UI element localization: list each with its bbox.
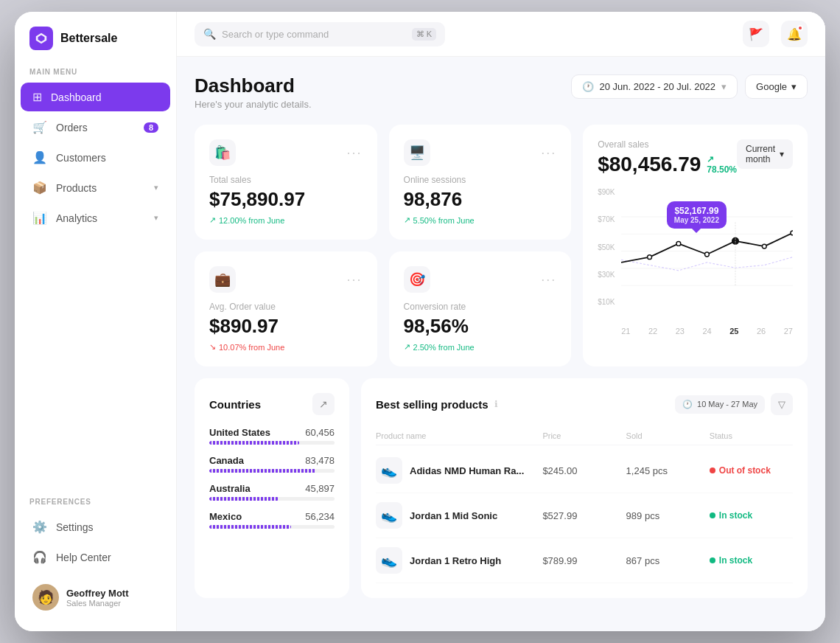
preferences-label: PREFERENCES bbox=[15, 486, 176, 512]
conversion-more-button[interactable]: ··· bbox=[541, 272, 556, 288]
sidebar-item-analytics[interactable]: 📊 Analytics ▾ bbox=[21, 204, 170, 232]
flag-button[interactable]: 🚩 bbox=[743, 21, 769, 47]
user-info: Geoffrey Mott Sales Manager bbox=[66, 588, 129, 608]
stats-grid: 🛍️ ··· Total sales $75,890.97 ↗ 12.00% f… bbox=[195, 125, 808, 366]
stat-card-header: 🎯 ··· bbox=[404, 266, 557, 293]
filter-icon: ▽ bbox=[778, 399, 785, 410]
products-filter-button[interactable]: ▽ bbox=[771, 393, 793, 415]
settings-icon: ⚙️ bbox=[32, 520, 47, 534]
avg-order-change: ↘ 10.07% from June bbox=[209, 342, 363, 352]
product-sold-0: 1,245 pcs bbox=[626, 465, 710, 476]
sidebar-item-orders[interactable]: 🛒 Orders 8 bbox=[21, 113, 170, 142]
search-bar[interactable]: 🔍 Search or type command ⌘ K bbox=[195, 22, 445, 46]
country-item-australia: Australia 45,897 bbox=[209, 483, 335, 501]
status-badge-1: In stock bbox=[710, 510, 793, 521]
avg-order-arrow-icon: ↘ bbox=[209, 342, 216, 352]
online-sessions-more-button[interactable]: ··· bbox=[541, 145, 556, 161]
conversion-arrow-icon: ↗ bbox=[404, 342, 410, 352]
search-placeholder: Search or type command bbox=[222, 29, 406, 40]
online-sessions-change-text: 5.50% from June bbox=[413, 216, 475, 225]
sidebar-item-customers[interactable]: 👤 Customers bbox=[21, 143, 170, 172]
sidebar-item-dashboard[interactable]: ⊞ Dashboard bbox=[21, 83, 170, 111]
product-cell-2: 👟 Jordan 1 Retro High bbox=[376, 547, 542, 574]
total-sales-more-button[interactable]: ··· bbox=[347, 145, 363, 161]
period-selector-button[interactable]: Current month ▾ bbox=[737, 139, 793, 169]
user-role: Sales Manager bbox=[66, 599, 129, 608]
x-label-21: 21 bbox=[621, 327, 630, 336]
y-label-90k: $90K bbox=[598, 188, 615, 196]
notifications-button[interactable]: 🔔 bbox=[781, 21, 808, 47]
products-chevron-icon: ▾ bbox=[154, 183, 158, 192]
country-item-canada: Canada 83,478 bbox=[209, 455, 335, 473]
country-name-mexico: Mexico bbox=[209, 511, 242, 522]
orders-badge: 8 bbox=[144, 122, 158, 133]
status-text-1: In stock bbox=[719, 510, 752, 521]
sidebar-item-label-help: Help Center bbox=[56, 552, 111, 563]
date-range-button[interactable]: 🕐 20 Jun. 2022 - 20 Jul. 2022 ▾ bbox=[571, 74, 738, 99]
total-sales-card: 🛍️ ··· Total sales $75,890.97 ↗ 12.00% f… bbox=[195, 125, 377, 240]
avg-order-icon: 💼 bbox=[209, 266, 236, 293]
sidebar-item-label-orders: Orders bbox=[56, 122, 88, 133]
total-sales-value: $75,890.97 bbox=[209, 188, 363, 211]
x-label-26: 26 bbox=[757, 327, 766, 336]
sidebar-item-settings[interactable]: ⚙️ Settings bbox=[21, 512, 170, 541]
col-product-name: Product name bbox=[376, 431, 542, 440]
country-value-us: 60,456 bbox=[305, 427, 335, 438]
analytics-icon: 📊 bbox=[32, 211, 47, 225]
countries-export-button[interactable]: ↗ bbox=[312, 393, 335, 415]
online-sessions-icon: 🖥️ bbox=[404, 139, 430, 166]
status-dot-1 bbox=[710, 512, 715, 518]
source-button[interactable]: Google ▾ bbox=[745, 74, 808, 99]
search-icon: 🔍 bbox=[203, 28, 216, 40]
sidebar-item-label-dashboard: Dashboard bbox=[51, 91, 102, 103]
product-name-0: Adidas NMD Human Ra... bbox=[410, 465, 524, 476]
total-sales-icon: 🛍️ bbox=[209, 139, 236, 166]
products-table-header: Product name Price Sold Status bbox=[376, 427, 793, 445]
dashboard-icon: ⊞ bbox=[32, 90, 42, 104]
customers-icon: 👤 bbox=[32, 150, 47, 164]
y-label-70k: $70K bbox=[598, 215, 615, 223]
avg-order-more-button[interactable]: ··· bbox=[347, 272, 363, 288]
sidebar-item-label-customers: Customers bbox=[56, 152, 106, 164]
status-dot-2 bbox=[710, 557, 715, 563]
products-date-range-button[interactable]: 🕐 10 May - 27 May bbox=[675, 395, 765, 414]
status-badge-0: Out of stock bbox=[710, 465, 793, 476]
online-sessions-change: ↗ 5.50% from June bbox=[404, 215, 557, 225]
sidebar-item-help[interactable]: 🎧 Help Center bbox=[21, 543, 170, 571]
export-icon: ↗ bbox=[319, 398, 328, 410]
date-chevron-icon: ▾ bbox=[721, 81, 727, 92]
help-icon: 🎧 bbox=[32, 550, 47, 564]
sidebar-item-products[interactable]: 📦 Products ▾ bbox=[21, 173, 170, 202]
conversion-value: 98,56% bbox=[404, 315, 557, 338]
avg-order-change-text: 10.07% from June bbox=[219, 343, 284, 352]
period-chevron-icon: ▾ bbox=[780, 149, 784, 159]
clock-icon: 🕐 bbox=[682, 400, 693, 409]
avg-order-label: Avg. Order value bbox=[209, 302, 363, 312]
products-card: Best selling products ℹ 🕐 10 May - 27 Ma… bbox=[361, 378, 808, 598]
user-profile[interactable]: 🧑 Geoffrey Mott Sales Manager bbox=[21, 575, 170, 619]
products-header: Best selling products ℹ 🕐 10 May - 27 Ma… bbox=[376, 393, 793, 415]
total-sales-change: ↗ 12.00% from June bbox=[209, 215, 363, 225]
product-cell-1: 👟 Jordan 1 Mid Sonic bbox=[376, 502, 542, 529]
conversion-change: ↗ 2.50% from June bbox=[404, 342, 557, 352]
product-name-1: Jordan 1 Mid Sonic bbox=[410, 510, 497, 521]
svg-point-11 bbox=[763, 244, 767, 248]
product-thumb-0: 👟 bbox=[376, 457, 402, 484]
col-price: Price bbox=[542, 431, 626, 440]
conversion-card: 🎯 ··· Conversion rate 98,56% ↗ 2.50% fro… bbox=[389, 251, 572, 366]
info-icon[interactable]: ℹ bbox=[494, 399, 498, 409]
header-controls: 🕐 20 Jun. 2022 - 20 Jul. 2022 ▾ Google ▾ bbox=[571, 74, 808, 99]
country-name-canada: Canada bbox=[209, 455, 244, 466]
overall-change: ↗ 78.50% bbox=[707, 154, 737, 175]
products-title-row: Best selling products ℹ bbox=[376, 398, 498, 411]
x-label-27: 27 bbox=[784, 327, 793, 336]
sidebar-item-label-analytics: Analytics bbox=[56, 212, 97, 224]
product-sold-2: 867 pcs bbox=[626, 555, 710, 566]
overall-header: Overall sales $80,456.79 ↗ 78.50% Curren… bbox=[598, 139, 793, 176]
products-title: Best selling products bbox=[376, 398, 489, 411]
product-name-2: Jordan 1 Retro High bbox=[410, 555, 501, 566]
svg-point-12 bbox=[791, 231, 793, 235]
products-controls: 🕐 10 May - 27 May ▽ bbox=[675, 393, 793, 415]
sidebar-item-label-settings: Settings bbox=[56, 521, 94, 533]
source-text: Google bbox=[756, 81, 787, 92]
